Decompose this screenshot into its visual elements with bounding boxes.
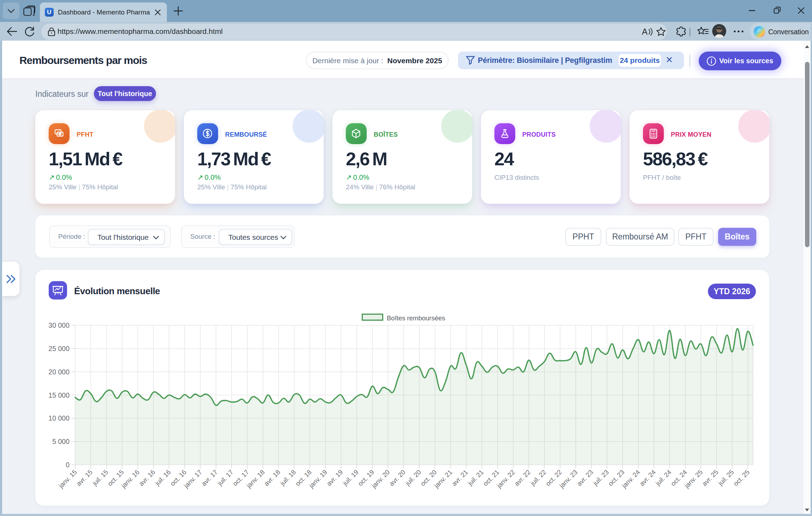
svg-text:juil. 22: juil. 22 <box>529 468 547 487</box>
svg-text:juil. 25: juil. 25 <box>716 468 735 487</box>
svg-text:juil. 16: juil. 16 <box>153 468 172 487</box>
svg-text:avr. 25: avr. 25 <box>700 468 720 487</box>
svg-text:20 000: 20 000 <box>48 368 70 376</box>
svg-text:avr. 16: avr. 16 <box>137 468 156 487</box>
svg-text:janv. 15: janv. 15 <box>57 468 78 490</box>
svg-text:juil. 20: juil. 20 <box>404 468 422 487</box>
svg-text:avr. 15: avr. 15 <box>75 468 94 487</box>
svg-text:juil. 23: juil. 23 <box>591 468 610 487</box>
svg-text:juil. 15: juil. 15 <box>91 468 109 487</box>
svg-text:avr. 18: avr. 18 <box>263 468 282 487</box>
svg-text:0: 0 <box>66 461 70 469</box>
svg-text:avr. 17: avr. 17 <box>200 468 219 487</box>
svg-text:juil. 17: juil. 17 <box>216 468 235 487</box>
svg-text:avr. 21: avr. 21 <box>450 468 469 487</box>
svg-text:15 000: 15 000 <box>48 391 70 399</box>
svg-text:juil. 24: juil. 24 <box>654 468 673 487</box>
svg-text:juil. 18: juil. 18 <box>278 468 297 487</box>
svg-text:avr. 23: avr. 23 <box>576 468 595 487</box>
svg-text:juil. 21: juil. 21 <box>466 468 485 487</box>
svg-text:avr. 20: avr. 20 <box>388 468 407 487</box>
svg-text:avr. 24: avr. 24 <box>638 468 657 487</box>
svg-text:30 000: 30 000 <box>48 321 70 329</box>
svg-text:juil. 19: juil. 19 <box>341 468 360 487</box>
svg-text:oct. 25: oct. 25 <box>732 468 751 487</box>
svg-text:avr. 19: avr. 19 <box>325 468 344 487</box>
svg-text:5 000: 5 000 <box>52 438 70 445</box>
svg-text:avr. 22: avr. 22 <box>513 468 532 487</box>
svg-text:10 000: 10 000 <box>48 414 70 422</box>
svg-text:A: A <box>642 27 648 36</box>
svg-text:25 000: 25 000 <box>48 345 70 352</box>
